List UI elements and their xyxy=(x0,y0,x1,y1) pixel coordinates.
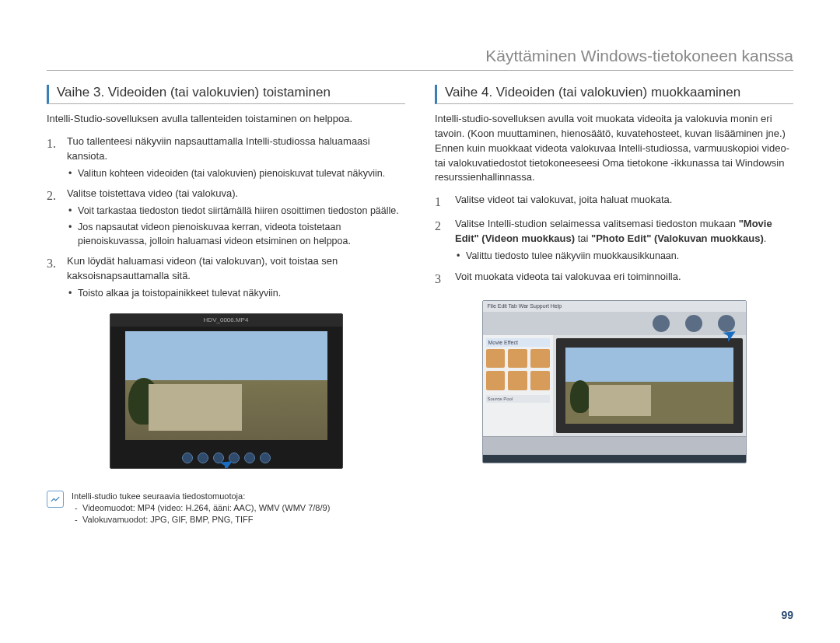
rewind-icon xyxy=(198,453,208,463)
prev-icon xyxy=(182,453,193,463)
step-text-bold: "Photo Edit" (Valokuvan muokkaus) xyxy=(591,232,764,244)
step-text: Tuo tallenteesi näkyviin napsauttamalla … xyxy=(67,135,370,162)
step-text-mid: tai xyxy=(575,232,591,244)
step-text-pre: Valitse Intelli-studion selaimessa valit… xyxy=(455,218,739,229)
left-column: Vaihe 3. Videoiden (tai valokuvien) tois… xyxy=(47,85,405,526)
video-frame xyxy=(125,331,327,440)
library-icon xyxy=(653,315,670,332)
editor-figure: File Edit Tab War Support Help Movie Eff… xyxy=(435,300,793,463)
right-intro: Intelli-studio-sovelluksen avulla voit m… xyxy=(435,112,793,185)
editor-timeline xyxy=(483,436,746,455)
sidepanel-tab: Movie Effect xyxy=(486,338,550,347)
forward-icon xyxy=(244,453,255,463)
house-shape xyxy=(149,384,242,431)
note-info-icon xyxy=(47,491,64,508)
house-shape xyxy=(589,385,651,416)
step-text: Voit muokata videota tai valokuvaa eri t… xyxy=(455,271,681,282)
content-columns: Vaihe 3. Videoiden (tai valokuvien) tois… xyxy=(47,85,793,526)
player-titlebar: HDV_0006.MP4 xyxy=(110,314,342,327)
step-number: 3. xyxy=(47,254,59,300)
editor-screenshot: File Edit Tab War Support Help Movie Eff… xyxy=(482,300,747,463)
left-intro: Intelli-Studio-sovelluksen avulla tallen… xyxy=(47,112,405,127)
step-text-post: . xyxy=(764,232,767,244)
thumb xyxy=(508,349,527,369)
note-line: Intelli-studio tukee seuraavia tiedostom… xyxy=(72,491,405,502)
list-item: 1 Valitse videot tai valokuvat, joita ha… xyxy=(435,193,793,211)
next-icon xyxy=(260,453,271,463)
step-number: 2 xyxy=(435,217,447,263)
list-item: 2. Valitse toistettava video (tai valoku… xyxy=(47,187,405,248)
effect-thumbnails xyxy=(486,349,550,390)
bullet: Valitun kohteen videoiden (tai valokuvie… xyxy=(67,167,405,181)
step-text: Kun löydät haluamasi videon (tai valokuv… xyxy=(67,255,338,281)
editor-footer xyxy=(483,455,746,463)
right-section-title: Vaihe 4. Videoiden (tai valokuvien) muok… xyxy=(435,85,793,104)
bullet: Toisto alkaa ja toistopainikkeet tulevat… xyxy=(67,287,405,301)
note-box: Intelli-studio tukee seuraavia tiedostom… xyxy=(47,491,405,526)
right-column: Vaihe 4. Videoiden (tai valokuvien) muok… xyxy=(435,85,793,526)
header-title: Käyttäminen Windows-tietokoneen kanssa xyxy=(485,47,793,65)
list-item: 3. Kun löydät haluamasi videon (tai valo… xyxy=(47,254,405,300)
note-line: Valokuvamuodot: JPG, GIF, BMP, PNG, TIFF xyxy=(72,514,405,526)
list-item: 2 Valitse Intelli-studion selaimessa val… xyxy=(435,217,793,263)
step-number: 1 xyxy=(435,193,447,211)
page-header: Käyttäminen Windows-tietokoneen kanssa xyxy=(47,47,793,71)
bullet: Valittu tiedosto tulee näkyviin muokkaus… xyxy=(455,250,793,264)
editor-menubar: File Edit Tab War Support Help xyxy=(483,301,746,312)
bullet: Jos napsautat videon pienoiskuvaa kerran… xyxy=(67,221,405,248)
editor-toolbar xyxy=(483,312,746,335)
step-number: 2. xyxy=(47,187,59,248)
movie-edit-icon xyxy=(685,315,702,332)
step-text: Valitse videot tai valokuvat, joita halu… xyxy=(455,194,672,205)
thumb xyxy=(508,371,527,390)
thumb xyxy=(486,349,506,369)
thumb xyxy=(486,371,506,390)
video-player-screenshot: HDV_0006.MP4 ➤ xyxy=(110,313,343,469)
player-figure: HDV_0006.MP4 ➤ xyxy=(47,313,405,469)
bullet: Voit tarkastaa tiedoston tiedot siirtämä… xyxy=(67,204,405,218)
list-item: 3 Voit muokata videota tai valokuvaa eri… xyxy=(435,270,793,288)
step-number: 1. xyxy=(47,135,59,180)
editor-viewport xyxy=(556,338,743,433)
viewport-frame xyxy=(565,348,733,424)
note-line: Videomuodot: MP4 (video: H.264, ääni: AA… xyxy=(72,502,405,514)
editor-sidepanel: Movie Effect Source Pool xyxy=(483,335,553,436)
thumb xyxy=(530,349,550,369)
step-number: 3 xyxy=(435,270,447,288)
page-number: 99 xyxy=(781,609,793,621)
tree-shape xyxy=(570,380,590,413)
step-text: Valitse toistettava video (tai valokuva)… xyxy=(67,187,238,199)
thumb xyxy=(530,371,550,390)
source-pool-label: Source Pool xyxy=(486,395,550,403)
left-section-title: Vaihe 3. Videoiden (tai valokuvien) tois… xyxy=(47,85,405,104)
left-steps: 1. Tuo tallenteesi näkyviin napsauttamal… xyxy=(47,135,405,301)
list-item: 1. Tuo tallenteesi näkyviin napsauttamal… xyxy=(47,135,405,180)
right-steps: 1 Valitse videot tai valokuvat, joita ha… xyxy=(435,193,793,288)
